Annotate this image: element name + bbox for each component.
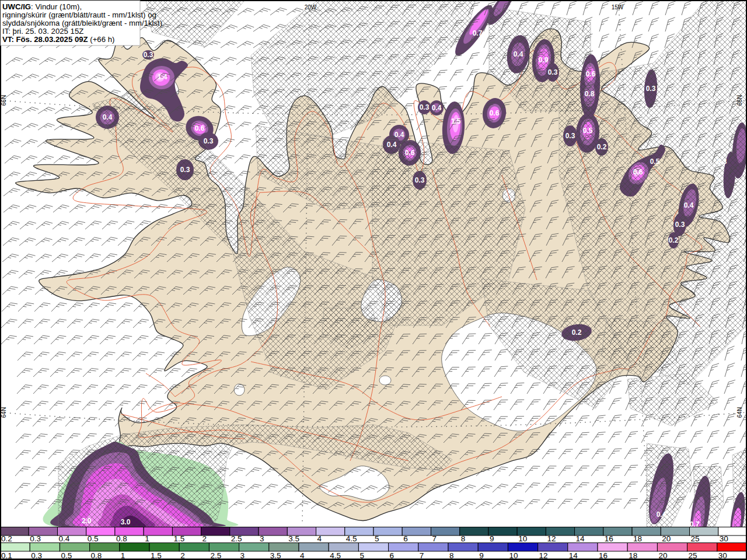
svg-text:3.0: 3.0 — [121, 518, 131, 526]
svg-text:0.3: 0.3 — [144, 51, 153, 59]
svg-text:0.6: 0.6 — [586, 70, 596, 78]
svg-text:20: 20 — [662, 534, 671, 543]
svg-text:0.4: 0.4 — [103, 113, 113, 121]
svg-text:slydda/snjókoma (grátt/bleikt/: slydda/snjókoma (grátt/bleikt/grænt - mm… — [2, 19, 162, 27]
svg-text:0.3: 0.3 — [566, 132, 575, 140]
svg-text:64N: 64N — [1, 407, 7, 418]
svg-text:18: 18 — [633, 534, 642, 543]
svg-text:0.2: 0.2 — [1, 534, 12, 543]
svg-text:64N: 64N — [736, 407, 743, 418]
svg-text:25: 25 — [691, 534, 700, 543]
svg-text:0.3: 0.3 — [30, 534, 41, 543]
svg-text:0.4: 0.4 — [514, 50, 523, 58]
svg-text:0.5: 0.5 — [88, 534, 99, 543]
svg-text:0.6: 0.6 — [195, 124, 205, 132]
svg-text:0.3: 0.3 — [204, 137, 214, 145]
svg-text:0.6: 0.6 — [633, 168, 643, 176]
svg-text:0.3: 0.3 — [548, 68, 558, 76]
svg-text:10: 10 — [518, 534, 527, 543]
svg-text:66N: 66N — [1, 95, 7, 106]
svg-text:0.4: 0.4 — [387, 141, 397, 149]
svg-text:4: 4 — [317, 534, 322, 543]
svg-text:0.3: 0.3 — [675, 220, 685, 229]
svg-text:rigning/skúrir (grænt/blátt/ra: rigning/skúrir (grænt/blátt/rautt - mm/1… — [2, 10, 156, 19]
svg-text:3.5: 3.5 — [288, 534, 299, 543]
svg-text:8: 8 — [461, 534, 466, 543]
svg-text:7: 7 — [432, 534, 437, 543]
svg-text:VT: Fös. 28.03.2025 09Z (+66 h: VT: Fös. 28.03.2025 09Z (+66 h) — [2, 35, 114, 44]
svg-text:6: 6 — [403, 534, 408, 543]
svg-text:0.4: 0.4 — [432, 104, 442, 112]
svg-text:0.3: 0.3 — [646, 85, 656, 93]
svg-text:0.3: 0.3 — [180, 166, 190, 174]
svg-text:0.4: 0.4 — [59, 534, 70, 543]
svg-text:3: 3 — [260, 534, 264, 543]
svg-text:0.2: 0.2 — [597, 143, 607, 151]
svg-text:5: 5 — [375, 534, 379, 543]
svg-text:16: 16 — [605, 534, 613, 543]
svg-text:IT: þri. 25. 03. 2025 15Z: IT: þri. 25. 03. 2025 15Z — [2, 27, 83, 36]
svg-text:2.5: 2.5 — [231, 534, 242, 543]
svg-text:UWC/IG: Vindur (10m),: UWC/IG: Vindur (10m), — [2, 2, 82, 11]
svg-text:1: 1 — [145, 534, 149, 543]
svg-text:2.0: 2.0 — [82, 517, 92, 525]
svg-text:0.2: 0.2 — [572, 328, 582, 337]
svg-text:0.3: 0.3 — [415, 176, 425, 184]
svg-text:4.5: 4.5 — [346, 534, 357, 543]
svg-text:12: 12 — [547, 534, 556, 543]
svg-text:0.3: 0.3 — [420, 103, 430, 111]
svg-text:2: 2 — [203, 534, 207, 543]
svg-text:0.4: 0.4 — [657, 510, 666, 519]
svg-text:0.6: 0.6 — [490, 109, 500, 117]
svg-text:14: 14 — [576, 534, 585, 543]
svg-text:1.5: 1.5 — [173, 534, 184, 543]
svg-text:0.4: 0.4 — [395, 131, 404, 139]
svg-text:0.6: 0.6 — [405, 149, 415, 157]
svg-text:0.4: 0.4 — [684, 201, 694, 209]
svg-text:0.7: 0.7 — [473, 29, 483, 37]
svg-text:30: 30 — [720, 534, 728, 543]
svg-text:0.3: 0.3 — [717, 158, 727, 166]
svg-text:9: 9 — [490, 534, 494, 543]
svg-text:1.5: 1.5 — [451, 117, 461, 125]
svg-text:0.9: 0.9 — [539, 56, 549, 64]
svg-text:0.5: 0.5 — [650, 158, 660, 166]
svg-text:1.4: 1.4 — [158, 73, 167, 81]
svg-text:0.2: 0.2 — [669, 236, 679, 244]
svg-text:0.8: 0.8 — [116, 534, 127, 543]
svg-text:0.5: 0.5 — [583, 127, 593, 135]
svg-text:0.8: 0.8 — [585, 90, 595, 98]
